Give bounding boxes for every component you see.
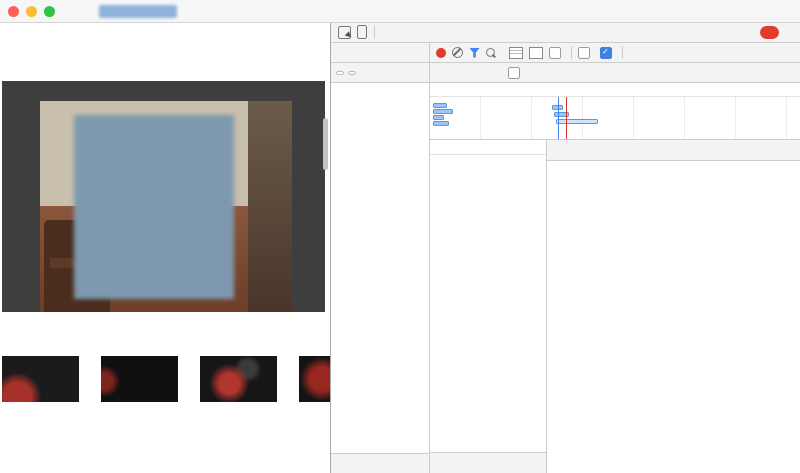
page-scrollbar[interactable] (323, 118, 328, 170)
timeline-ruler (430, 83, 800, 97)
hide-data-urls-checkbox[interactable] (508, 67, 524, 79)
devtools-panel (330, 22, 800, 473)
overview-bar (433, 121, 449, 126)
search-icon[interactable] (486, 48, 495, 57)
network-main (430, 140, 800, 473)
large-rows-icon[interactable] (509, 47, 523, 59)
divider (571, 46, 572, 59)
checkbox-box-checked (600, 47, 612, 59)
filter-funnel-icon[interactable] (469, 48, 480, 58)
video-thumbnail[interactable] (2, 356, 79, 402)
web-page (0, 22, 332, 473)
window-minimize-button[interactable] (26, 6, 37, 17)
overview-bar (433, 115, 444, 120)
window-zoom-button[interactable] (44, 6, 55, 17)
related-videos-row (2, 356, 332, 402)
inspect-element-icon[interactable] (338, 26, 351, 39)
search-options (331, 63, 429, 83)
show-overview-icon[interactable] (529, 47, 543, 59)
name-column-header[interactable] (430, 140, 546, 155)
overview-bar (556, 119, 598, 124)
search-panel-header (331, 43, 429, 63)
record-icon[interactable] (436, 48, 446, 58)
video-redacted-region (74, 115, 234, 299)
video-thumbnail[interactable] (200, 356, 277, 402)
request-list (430, 155, 546, 452)
devtools-tabbar-right (760, 26, 796, 39)
browser-chrome (0, 0, 800, 23)
match-case-button[interactable] (336, 71, 344, 75)
checkbox-box (508, 67, 520, 79)
address-bar[interactable] (99, 5, 180, 18)
divider (622, 46, 623, 59)
dom-content-loaded-line (558, 97, 559, 139)
divider (374, 25, 375, 39)
video-player[interactable] (2, 81, 325, 312)
video-frame-furniture (248, 101, 292, 312)
network-toolbar (430, 43, 800, 63)
devtools-body (331, 43, 800, 473)
device-toolbar-icon[interactable] (357, 25, 367, 39)
requests-table (430, 140, 547, 473)
checkbox-box (578, 47, 590, 59)
search-panel (331, 43, 430, 473)
overview-bar (433, 109, 453, 114)
video-frame (40, 101, 292, 312)
devtools-tabbar (331, 22, 800, 43)
screen (0, 0, 800, 473)
video-thumbnail[interactable] (299, 356, 332, 402)
details-tabbar (547, 140, 800, 161)
disable-cache-checkbox[interactable] (600, 47, 616, 59)
window-controls (8, 6, 55, 17)
network-filter-bar (430, 63, 800, 83)
checkbox-box (549, 47, 561, 59)
filter-input[interactable] (436, 66, 500, 80)
overview-bar (433, 103, 447, 108)
request-details-pane (547, 140, 800, 473)
window-close-button[interactable] (8, 6, 19, 17)
search-status-bar (331, 453, 429, 473)
page-nav (2, 28, 332, 48)
waterfall-overview[interactable] (430, 97, 800, 140)
network-panel (430, 43, 800, 473)
video-thumbnail[interactable] (101, 356, 178, 402)
url-redacted-domain (99, 5, 177, 18)
network-summary (430, 452, 546, 473)
headers-content (547, 161, 800, 473)
clear-icon[interactable] (452, 47, 463, 58)
regex-button[interactable] (348, 71, 356, 75)
group-by-frame-checkbox[interactable] (549, 47, 565, 59)
search-results (331, 83, 429, 453)
preserve-log-checkbox[interactable] (578, 47, 594, 59)
error-count-badge[interactable] (760, 26, 779, 39)
load-event-line (566, 97, 567, 139)
